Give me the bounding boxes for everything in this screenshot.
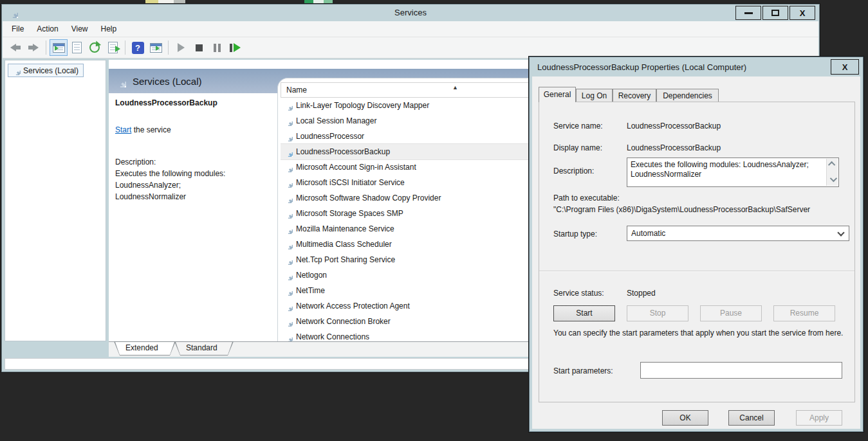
description-label: Description: [553,166,594,176]
tab-log-on[interactable]: Log On [576,89,613,102]
service-row-label: Mozilla Maintenance Service [296,224,394,233]
service-row-label: Microsoft Software Shadow Copy Provider [296,194,441,203]
selected-service-name: LoudnessProcessorBackup [115,98,277,107]
background-window-fragment [304,0,333,3]
service-row-label: LoudnessProcessorBackup [296,147,390,156]
pause-button[interactable]: Pause [700,305,762,321]
service-status-label: Service status: [553,289,604,298]
help-button[interactable]: ? [129,39,147,56]
service-gear-icon [283,302,293,311]
minimize-button[interactable] [735,6,761,20]
startup-type-dropdown[interactable]: Automatic [627,226,849,241]
tree-item-label: Services (Local) [23,66,78,75]
service-row-label: NetTime [296,286,325,295]
start-parameters-label: Start parameters: [553,366,613,375]
service-gear-icon [283,178,293,188]
resume-button[interactable]: Resume [773,305,835,321]
service-gear-icon [283,163,293,172]
service-gear-icon [283,147,293,157]
tab-standard[interactable]: Standard [174,341,234,356]
forward-arrow-icon [28,44,39,51]
properties-button[interactable] [68,39,86,56]
refresh-icon [89,42,100,53]
restart-service-button[interactable] [226,39,244,56]
back-arrow-icon [10,44,21,51]
action-pane-icon [150,43,162,53]
pause-service-button[interactable] [208,39,226,56]
divider [539,271,854,272]
cancel-button[interactable]: Cancel [728,410,775,426]
service-gear-icon [283,116,293,126]
menu-action[interactable]: Action [30,22,64,36]
help-icon: ? [132,42,144,54]
minimize-icon [744,12,753,14]
service-row-label: Microsoft Storage Spaces SMP [296,209,403,218]
service-gear-icon [283,132,293,141]
description-line: LoudnessNormalizer [115,192,186,201]
service-row-label: Network Access Protection Agent [296,302,410,310]
sort-ascending-icon: ▲ [452,84,458,91]
services-gear-icon [114,75,126,87]
stop-service-button[interactable] [190,39,208,56]
toolbar: ? [3,37,818,59]
apply-button[interactable]: Apply [796,410,842,426]
window-title: Services [2,8,819,17]
tab-recovery[interactable]: Recovery [613,89,656,102]
service-name-value: LoudnessProcessorBackup [627,122,721,130]
show-action-pane-button[interactable] [147,39,165,56]
service-gear-icon [283,271,293,280]
forward-button[interactable] [24,39,42,56]
console-tree-panel: Services (Local) [5,60,106,341]
tab-general[interactable]: General [539,87,576,102]
close-button[interactable]: X [790,6,815,20]
start-service-line: Start the service [115,125,171,134]
start-button[interactable]: Start [553,305,615,321]
properties-icon [72,42,82,53]
service-gear-icon [283,332,293,342]
properties-dialog: LoudnessProcessorBackup Properties (Loca… [529,57,863,432]
scroll-up-icon[interactable] [827,161,835,168]
menu-file[interactable]: File [5,22,30,36]
start-service-button[interactable] [172,39,190,56]
maximize-button[interactable] [762,6,788,20]
scroll-down-icon[interactable] [830,175,837,182]
startup-type-label: Startup type: [553,230,597,239]
back-button[interactable] [6,39,24,56]
description-textarea[interactable]: Executes the following modules: Loudness… [627,158,839,187]
ok-button[interactable]: OK [662,410,708,426]
stop-button[interactable]: Stop [627,305,688,321]
display-name-value: LoudnessProcessorBackup [627,143,721,152]
description-text: Executes the following modules: Loudness… [631,160,809,179]
textarea-scrollbar[interactable] [826,159,838,186]
service-gear-icon [283,240,293,249]
pause-icon [214,44,221,52]
maximize-icon [771,10,779,16]
tree-item-services-local[interactable]: Services (Local) [8,64,84,77]
export-list-button[interactable] [104,39,122,56]
service-row-label: Multimedia Class Scheduler [296,240,392,249]
start-service-rest: the service [131,125,171,134]
service-row-label: Link-Layer Topology Discovery Mapper [296,101,429,110]
play-icon [178,43,185,52]
service-status-value: Stopped [627,289,656,298]
tab-extended[interactable]: Extended [114,341,176,356]
menu-help[interactable]: Help [95,22,124,36]
service-row-label: Net.Tcp Port Sharing Service [296,255,395,264]
service-row-label: Local Session Manager [296,116,376,125]
service-gear-icon [283,101,293,111]
start-service-link[interactable]: Start [115,125,131,134]
column-header-name[interactable]: Name [286,86,307,94]
path-label: Path to executable: [553,194,620,203]
tab-dependencies[interactable]: Dependencies [656,89,719,102]
display-name-label: Display name: [553,143,602,152]
dialog-title: LoudnessProcessorBackup Properties (Loca… [537,62,746,72]
refresh-button[interactable] [86,39,104,56]
dialog-close-button[interactable]: X [831,59,859,75]
menu-view[interactable]: View [65,22,95,36]
console-tree-icon [53,43,65,53]
start-parameters-input[interactable] [640,362,842,379]
menu-bar: File Action View Help [3,21,818,37]
description-line: LoudnessAnalyzer; [115,181,181,190]
show-console-tree-button[interactable] [50,39,68,56]
services-gear-icon [11,66,21,75]
